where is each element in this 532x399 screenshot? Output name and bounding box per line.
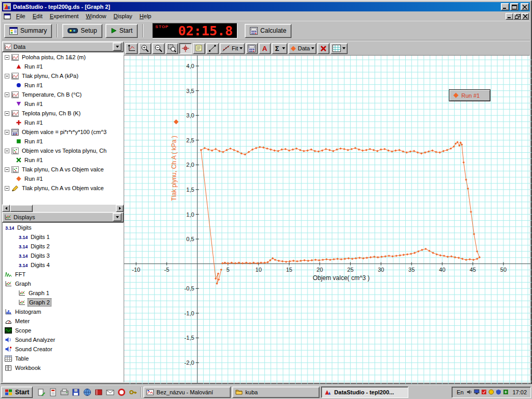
display-subitem[interactable]: 3.14Digits 3	[3, 251, 123, 260]
display-item[interactable]: FFT	[3, 270, 123, 279]
start-button-toolbar[interactable]: Start	[105, 24, 138, 38]
display-subitem[interactable]: Graph 1	[3, 288, 123, 298]
display-item[interactable]: Sound Analyzer	[3, 335, 123, 344]
statistics-menu-button[interactable]: Σ	[272, 43, 287, 54]
task-button[interactable]: kuba	[232, 387, 320, 398]
data-item[interactable]: Teplota plynu, Ch B (K)	[3, 109, 123, 118]
graph-canvas[interactable]: -10-55101520253035404550-2,0-1,5-1,0-0,5…	[124, 56, 531, 384]
displays-panel-menu-button[interactable]	[113, 213, 122, 221]
expand-toggle-icon[interactable]	[5, 149, 9, 153]
expand-toggle-icon[interactable]	[5, 130, 9, 135]
display-item[interactable]: 3.14Digits	[3, 223, 123, 232]
tray-icon-2[interactable]	[474, 389, 480, 395]
menu-experiment[interactable]: Experiment	[46, 12, 83, 20]
quicklaunch-shortcut-3[interactable]	[59, 387, 70, 397]
run-item[interactable]: Run #1	[3, 118, 123, 127]
display-subitem-label[interactable]: Graph 2	[28, 298, 51, 307]
run-item[interactable]: Run #1	[3, 62, 123, 71]
zoom-in-button[interactable]	[139, 43, 151, 54]
data-item[interactable]: Temperature, Ch B (°C)	[3, 90, 123, 99]
expand-toggle-icon[interactable]	[5, 167, 9, 172]
run-item[interactable]: Run #1	[3, 137, 123, 146]
summary-button[interactable]: Summary	[4, 24, 52, 38]
scale-to-fit-button[interactable]	[125, 43, 138, 54]
display-subitem-label[interactable]: Digits 4	[30, 261, 51, 269]
quicklaunch-shortcut-7[interactable]	[105, 387, 115, 397]
scroll-left-button[interactable]	[2, 205, 10, 212]
smart-tool-button[interactable]	[179, 43, 192, 54]
quicklaunch-shortcut-5[interactable]	[82, 387, 92, 397]
setup-button[interactable]: Setup	[62, 24, 102, 38]
quicklaunch-shortcut-9[interactable]	[128, 387, 138, 397]
data-item[interactable]: Tlak plynu, Ch A vs Objem valce	[3, 165, 123, 174]
display-item[interactable]: Scope	[3, 326, 123, 335]
run-item[interactable]: Run #1	[3, 174, 123, 183]
scroll-thumb[interactable]	[10, 205, 33, 212]
data-menu-button[interactable]: Data	[288, 43, 316, 54]
quicklaunch-shortcut-2[interactable]	[48, 387, 58, 397]
tray-icon-1[interactable]	[467, 389, 472, 395]
minimize-button[interactable]	[501, 3, 509, 10]
expand-toggle-icon[interactable]	[5, 55, 9, 60]
menu-file[interactable]: File	[12, 12, 29, 20]
expand-toggle-icon[interactable]	[5, 74, 9, 78]
zoom-select-button[interactable]	[166, 43, 178, 54]
tray-icon-5[interactable]	[496, 389, 501, 395]
run-item[interactable]: Run #1	[3, 155, 123, 165]
display-subitem-label[interactable]: Digits 1	[30, 233, 51, 241]
display-item[interactable]: Histogram	[3, 307, 123, 316]
tray-icon-3[interactable]	[481, 389, 487, 395]
display-item[interactable]: Workbook	[3, 363, 123, 373]
display-item[interactable]: Sound Creator	[3, 344, 123, 354]
display-subitem-label[interactable]: Digits 3	[30, 252, 51, 259]
language-indicator[interactable]: En	[456, 389, 464, 395]
run-item[interactable]: Run #1	[3, 81, 123, 90]
task-button[interactable]: Bez_názvu - Malování	[143, 387, 231, 398]
run-item[interactable]: Run #1	[3, 99, 123, 109]
child-restore-button[interactable]	[513, 13, 521, 20]
quicklaunch-shortcut-8[interactable]	[116, 387, 127, 397]
display-subitem[interactable]: 3.14Digits 2	[3, 242, 123, 251]
data-item[interactable]: Objem valce vs Teplota plynu, Ch	[3, 146, 123, 155]
child-minimize-button[interactable]	[506, 13, 513, 20]
note-tool-button[interactable]	[193, 43, 205, 54]
scroll-right-button[interactable]	[116, 205, 124, 212]
tray-icon-6[interactable]	[503, 389, 509, 395]
display-subitem[interactable]: 3.14Digits 1	[3, 232, 123, 242]
remove-button[interactable]	[317, 43, 329, 54]
quicklaunch-shortcut-6[interactable]	[94, 387, 104, 397]
data-item[interactable]: Tlak plynu, Ch A (kPa)	[3, 71, 123, 81]
calculate-button[interactable]: Calculate	[245, 24, 291, 38]
child-window-icon[interactable]	[3, 12, 11, 20]
text-tool-button[interactable]: A	[259, 43, 271, 54]
graph-settings-button[interactable]	[330, 43, 348, 54]
fit-menu-button[interactable]: Fit	[220, 43, 245, 54]
menu-help[interactable]: Help	[136, 12, 155, 20]
scroll-track[interactable]	[33, 205, 116, 212]
data-item[interactable]: Poloha pistu, Ch 1&2 (m)	[3, 52, 123, 62]
display-item[interactable]: Table	[3, 354, 123, 363]
menu-window[interactable]: Window	[82, 12, 110, 20]
data-item[interactable]: Tlak plynu, Ch A vs Objem valce	[3, 183, 123, 193]
display-subitem-label[interactable]: Graph 1	[28, 289, 50, 297]
child-close-button[interactable]	[521, 13, 529, 20]
data-panel-menu-button[interactable]	[113, 43, 122, 51]
tray-icon-4[interactable]	[488, 389, 494, 395]
graph-legend[interactable]: Run #1	[449, 89, 490, 101]
menu-display[interactable]: Display	[110, 12, 136, 20]
zoom-out-button[interactable]	[152, 43, 165, 54]
maximize-button[interactable]	[510, 3, 518, 10]
close-button[interactable]	[521, 3, 529, 10]
display-subitem-label[interactable]: Digits 2	[30, 243, 51, 250]
display-item[interactable]: Graph	[3, 279, 123, 288]
display-subitem[interactable]: Graph 2	[3, 298, 123, 307]
start-button[interactable]: Start	[1, 387, 33, 398]
menu-edit[interactable]: Edit	[29, 12, 46, 20]
quicklaunch-shortcut-4[interactable]	[71, 387, 81, 397]
data-item[interactable]: Objem valce = pi*r*r*y*100 (cm^3	[3, 127, 123, 137]
slope-tool-button[interactable]	[206, 43, 219, 54]
display-subitem[interactable]: 3.14Digits 4	[3, 260, 123, 270]
expand-toggle-icon[interactable]	[5, 92, 9, 97]
quicklaunch-shortcut-1[interactable]	[36, 387, 47, 397]
data-tree-hscrollbar[interactable]	[2, 205, 124, 212]
